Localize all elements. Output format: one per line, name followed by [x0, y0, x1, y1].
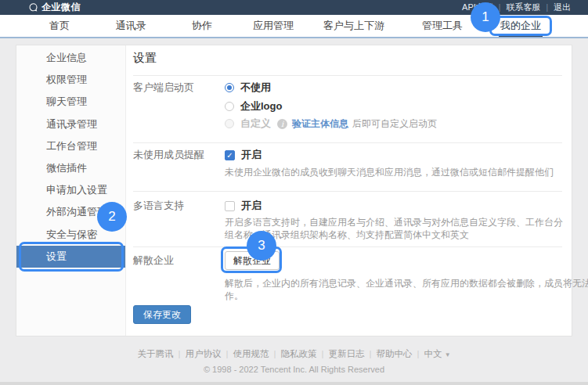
sidebar-item-wechat-plugin[interactable]: 微信插件 [16, 157, 125, 179]
nav-item-my-company[interactable]: 我的企业 [500, 15, 541, 37]
sidebar-item-settings[interactable]: 设置 [16, 246, 125, 268]
wechat-work-bubble-icon [28, 2, 38, 13]
nav-item-customers[interactable]: 客户与上下游 [323, 15, 384, 37]
nav-item-collab[interactable]: 协作 [192, 15, 212, 37]
window-bottom-edge [0, 382, 588, 385]
footer-link-help[interactable]: 帮助中心 [376, 349, 412, 358]
footer-link-agreement[interactable]: 用户协议 [185, 349, 221, 358]
custom-hint-text: 后即可自定义启动页 [352, 117, 437, 130]
settings-sidebar: 企业信息 权限管理 聊天管理 通讯录管理 工作台管理 微信插件 申请加入设置 外… [16, 45, 126, 336]
nav-item-contacts[interactable]: 通讯录 [116, 15, 146, 37]
divider [133, 191, 562, 192]
save-changes-button[interactable]: 保存更改 [133, 305, 191, 324]
sidebar-item-workbench-mgmt[interactable]: 工作台管理 [16, 135, 125, 157]
annotation-step-2: 2 [97, 202, 127, 232]
radio-custom-label: 自定义 [240, 117, 271, 130]
footer-separator: | [417, 349, 419, 358]
divider [133, 142, 562, 143]
sidebar-item-chat-mgmt[interactable]: 聊天管理 [16, 91, 125, 113]
annotation-step-3: 3 [247, 231, 276, 261]
nav-item-admin-tools[interactable]: 管理工具 [422, 15, 463, 37]
settings-content: 设置 客户端启动页 不使用 企业logo 自定义 i 验证主体信息 后即可自定义… [126, 45, 572, 336]
nav-item-home[interactable]: 首页 [49, 15, 70, 37]
sidebar-item-permissions[interactable]: 权限管理 [16, 69, 125, 91]
settings-card: 企业信息 权限管理 聊天管理 通讯录管理 工作台管理 微信插件 申请加入设置 外… [16, 45, 572, 336]
verify-subject-link[interactable]: 验证主体信息 [292, 117, 348, 130]
copyright: © 1998 - 2022 Tencent Inc. All Rights Re… [0, 364, 588, 375]
multilingual-checkbox[interactable] [225, 201, 235, 211]
footer-link-about[interactable]: 关于腾讯 [137, 349, 173, 358]
unused-reminder-label: 未使用成员提醒 [133, 149, 204, 161]
page-title: 设置 [133, 50, 157, 66]
radio-none[interactable] [225, 83, 234, 92]
unused-reminder-toggle-line: 开启 [225, 149, 262, 161]
multilingual-label: 多语言支持 [133, 200, 184, 212]
footer-separator: | [273, 349, 276, 358]
app-logo-text: 企业微信 [41, 1, 81, 14]
radio-custom[interactable] [225, 119, 234, 128]
footer-link-privacy[interactable]: 隐私政策 [280, 349, 316, 358]
footer-separator: | [321, 349, 323, 358]
radio-company-logo[interactable] [225, 102, 234, 111]
annotation-step-1: 1 [471, 2, 500, 32]
sidebar-item-company-info[interactable]: 企业信息 [16, 47, 125, 69]
multilingual-toggle-line: 开启 [225, 200, 262, 212]
app-logo: 企业微信 [28, 1, 81, 14]
launch-option-none: 不使用 [225, 81, 271, 94]
logout-link[interactable]: 退出 [554, 2, 571, 13]
dissolve-label: 解散企业 [133, 254, 174, 267]
unused-reminder-desc: 未使用企业微信的成员收到聊天消息和应用消息，通过微信或短信邮件提醒他们 [225, 166, 554, 178]
sidebar-item-contacts-mgmt[interactable]: 通讯录管理 [16, 113, 125, 135]
launch-page-label: 客户端启动页 [133, 81, 194, 94]
nav-item-apps[interactable]: 应用管理 [253, 15, 294, 37]
divider [133, 246, 562, 247]
multilingual-toggle-label: 开启 [241, 200, 262, 212]
topbar-separator: | [546, 3, 548, 12]
dissolve-desc: 解散后，企业内的所有消息记录、企业通讯录、所有应用的数据都会被删除，成员将无法进… [225, 277, 588, 302]
footer-separator: | [225, 349, 228, 358]
radio-none-label: 不使用 [240, 81, 271, 94]
footer: 关于腾讯|用户协议|使用规范|隐私政策|更新日志|帮助中心|中文 ▼ © 199… [0, 347, 588, 375]
footer-links: 关于腾讯|用户协议|使用规范|隐私政策|更新日志|帮助中心|中文 ▼ [0, 347, 588, 362]
divider [133, 75, 562, 76]
footer-separator: | [369, 349, 371, 358]
unused-reminder-toggle-label: 开启 [241, 149, 262, 161]
unused-reminder-checkbox[interactable] [225, 150, 235, 160]
launch-option-logo: 企业logo [225, 100, 282, 113]
contact-support-link[interactable]: 联系客服 [506, 2, 540, 13]
launch-option-custom: 自定义 i 验证主体信息 后即可自定义启动页 [225, 117, 437, 130]
footer-link-changelog[interactable]: 更新日志 [328, 349, 364, 358]
multilingual-desc: 开启多语言支持时，自建应用名与介绍、通讯录与对外信息自定义字段、工作台分组名称、… [225, 216, 571, 241]
chevron-down-icon: ▼ [445, 351, 451, 358]
footer-link-rules[interactable]: 使用规范 [233, 349, 269, 358]
language-selector[interactable]: 中文 ▼ [424, 349, 450, 358]
radio-company-logo-label: 企业logo [240, 100, 282, 113]
footer-separator: | [178, 349, 180, 358]
language-label: 中文 [424, 349, 442, 358]
info-icon: i [277, 119, 287, 129]
sidebar-item-join-settings[interactable]: 申请加入设置 [16, 179, 125, 201]
